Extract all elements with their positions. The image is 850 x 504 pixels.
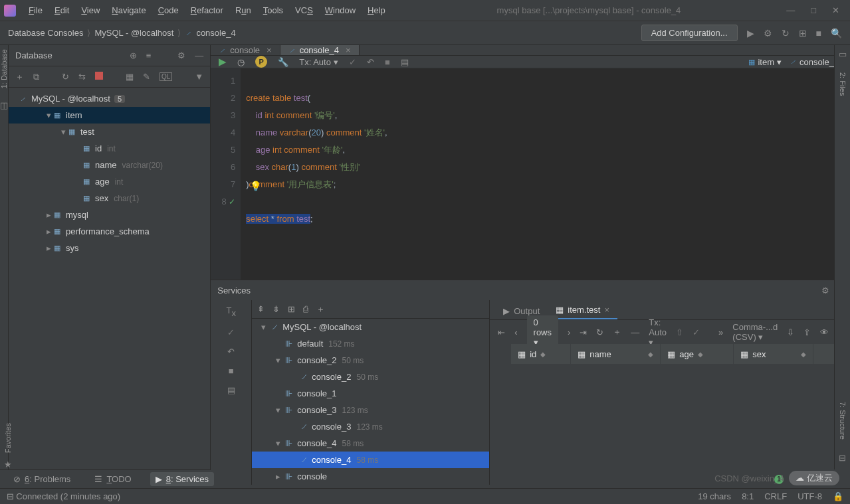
strip-favorites[interactable]: Favorites bbox=[4, 423, 12, 453]
tab-console_4[interactable]: ⟋console_4× bbox=[280, 45, 360, 55]
tab-console[interactable]: ⟋console× bbox=[211, 45, 280, 55]
tree-item-id[interactable]: ▦idint bbox=[9, 140, 210, 157]
duplicate-icon[interactable]: ⧉ bbox=[33, 72, 39, 82]
bottom-tab-6--Problems[interactable]: ⊘6: Problems bbox=[8, 472, 76, 486]
p-badge[interactable]: P bbox=[255, 56, 267, 68]
svc-item-console_3[interactable]: ⟋console_3123 ms bbox=[252, 418, 489, 435]
upload-icon[interactable]: ⇧ bbox=[803, 327, 811, 337]
add-configuration-button[interactable]: Add Configuration... bbox=[641, 25, 738, 41]
svc-item-MySQL - @localhost[interactable]: ▾⟋MySQL - @localhost bbox=[252, 319, 489, 335]
svc-item-console_3[interactable]: ▾⊪console_3123 ms bbox=[252, 402, 489, 418]
tx-icon[interactable]: Tx bbox=[226, 305, 235, 318]
tree-item-test[interactable]: ▾▦test bbox=[9, 124, 210, 140]
add-row-icon[interactable]: ＋ bbox=[613, 326, 621, 338]
maximize-icon[interactable]: □ bbox=[811, 5, 816, 15]
status-enc[interactable]: UTF-8 bbox=[797, 491, 822, 501]
run-icon[interactable]: ▶ bbox=[747, 28, 754, 39]
tree-item-name[interactable]: ▦namevarchar(20) bbox=[9, 157, 210, 173]
settings-icon[interactable]: ⚙ bbox=[177, 50, 185, 60]
tree-item-item[interactable]: ▾▦item bbox=[9, 107, 210, 124]
menu-run[interactable]: Run bbox=[229, 3, 257, 18]
wrench-icon[interactable]: 🔧 bbox=[278, 57, 288, 67]
svc-item-default[interactable]: ⊪default152 ms bbox=[252, 335, 489, 352]
stop-icon[interactable]: ■ bbox=[816, 28, 821, 39]
prev-page-icon[interactable]: ‹ bbox=[514, 327, 517, 337]
ok-icon-2[interactable]: ✓ bbox=[692, 327, 700, 337]
svc-item-console_2[interactable]: ▾⊪console_250 ms bbox=[252, 352, 489, 369]
more-icon[interactable]: » bbox=[718, 327, 723, 337]
database-tree[interactable]: ⟋ MySQL - @localhost 5 ▾▦item▾▦test▦idin… bbox=[9, 88, 210, 469]
sync-icon[interactable]: ⇆ bbox=[78, 72, 86, 82]
menu-window[interactable]: Window bbox=[319, 3, 362, 18]
menu-file[interactable]: File bbox=[23, 3, 49, 18]
svc-item-console_4[interactable]: ▾⊪console_458 ms bbox=[252, 435, 489, 452]
download-icon[interactable]: ⇩ bbox=[787, 327, 794, 337]
view-icon[interactable]: ▤ bbox=[227, 385, 235, 395]
structure-icon[interactable]: ⊟ bbox=[839, 453, 846, 463]
expand-up-icon[interactable]: ⇞ bbox=[257, 304, 265, 314]
result-table[interactable]: ▦ id ◆ ▦ name ◆ ▦ age ◆ ▦ sex ◆ bbox=[490, 344, 850, 485]
crumb-2[interactable]: console_4 bbox=[196, 28, 235, 38]
svc-item-console[interactable]: ▸⊪console bbox=[252, 468, 489, 485]
coverage-icon[interactable]: ↻ bbox=[782, 28, 790, 39]
tx-selector[interactable]: Tx: Auto ▾ bbox=[299, 57, 338, 67]
close-icon[interactable]: ✕ bbox=[832, 5, 839, 15]
next-page-icon[interactable]: › bbox=[568, 327, 570, 337]
bottom-tab-8--Services[interactable]: ▶8: Services bbox=[150, 472, 214, 486]
col-name[interactable]: ▦ name ◆ bbox=[571, 344, 661, 364]
tree-item-mysql[interactable]: ▸▦mysql bbox=[9, 207, 210, 223]
bottom-tab-TODO[interactable]: ☰TODO bbox=[89, 472, 136, 486]
rollback-icon[interactable]: ↶ bbox=[367, 57, 374, 67]
menu-edit[interactable]: Edit bbox=[49, 3, 75, 18]
cancel-icon[interactable]: ■ bbox=[385, 57, 390, 67]
reload-icon[interactable]: ↻ bbox=[596, 327, 603, 337]
svc-settings-icon[interactable]: ⚙ bbox=[821, 286, 829, 295]
expand-down-icon[interactable]: ⇟ bbox=[272, 304, 280, 314]
schema-chip[interactable]: ▦item ▾ bbox=[748, 57, 782, 67]
group-icon[interactable]: ⊞ bbox=[288, 304, 295, 314]
bulb-icon[interactable]: 💡 bbox=[250, 177, 261, 195]
crumb-0[interactable]: Database Consoles bbox=[8, 28, 83, 38]
tx-selector-2[interactable]: Tx: Auto ▾ bbox=[649, 317, 667, 347]
commit-icon[interactable]: ✓ bbox=[227, 327, 235, 337]
menu-tools[interactable]: Tools bbox=[257, 3, 289, 18]
star-icon[interactable]: ★ bbox=[4, 460, 12, 469]
strip-structure[interactable]: 7: Structure bbox=[839, 402, 847, 440]
menu-help[interactable]: Help bbox=[362, 3, 391, 18]
new-icon[interactable]: ＋ bbox=[15, 71, 24, 83]
tree-item-age[interactable]: ▦ageint bbox=[9, 173, 210, 190]
ql-icon[interactable]: QL bbox=[159, 72, 172, 81]
menu-view[interactable]: View bbox=[75, 3, 106, 18]
execute-icon[interactable]: ▶ bbox=[219, 56, 227, 68]
target-icon[interactable]: ⊕ bbox=[130, 50, 137, 60]
lock-icon[interactable]: 🔒 bbox=[833, 491, 843, 501]
close-tab-icon[interactable]: × bbox=[346, 45, 351, 55]
col-sex[interactable]: ▦ sex ◆ bbox=[734, 344, 813, 364]
debug-icon[interactable]: ⚙ bbox=[764, 28, 772, 39]
search-icon[interactable]: 🔍 bbox=[831, 28, 842, 39]
tree-root[interactable]: ⟋ MySQL - @localhost 5 bbox=[9, 90, 210, 107]
menu-vcs[interactable]: VCS bbox=[289, 3, 319, 18]
add-icon[interactable]: ＋ bbox=[316, 303, 325, 315]
svc-item-console_4[interactable]: ⟋console_458 ms bbox=[252, 452, 489, 468]
close-tab-icon[interactable]: × bbox=[266, 45, 272, 55]
filter-icon[interactable]: ▼ bbox=[195, 72, 203, 82]
stop2-icon[interactable]: ■ bbox=[229, 366, 234, 376]
datasource-icon[interactable]: ◫ bbox=[0, 100, 8, 110]
menu-refactor[interactable]: Refactor bbox=[185, 3, 229, 18]
tree-item-sex[interactable]: ▦sexchar(1) bbox=[9, 190, 210, 207]
strip-files[interactable]: 2: Files bbox=[839, 72, 847, 96]
collapse-icon[interactable]: ≡ bbox=[146, 50, 152, 60]
menu-code[interactable]: Code bbox=[152, 3, 185, 18]
minimize-icon[interactable]: ― bbox=[786, 5, 795, 15]
tree-item-sys[interactable]: ▸▦sys bbox=[9, 240, 210, 256]
code-editor[interactable]: 12345678 ✓ create table test( id int com… bbox=[211, 68, 850, 280]
layout-icon[interactable]: ▤ bbox=[401, 57, 409, 67]
files-icon[interactable]: ▭ bbox=[839, 49, 847, 59]
remove-row-icon[interactable]: ― bbox=[631, 327, 639, 337]
refresh-icon[interactable]: ↻ bbox=[62, 72, 69, 82]
menu-navigate[interactable]: Navigate bbox=[106, 3, 152, 18]
pin-icon[interactable]: ⎙ bbox=[303, 304, 308, 314]
svc-item-console_1[interactable]: ⊪console_1 bbox=[252, 385, 489, 402]
services-tree[interactable]: ⇞ ⇟ ⊞ ⎙ ＋ ▾⟋MySQL - @localhost⊪default15… bbox=[252, 300, 490, 485]
